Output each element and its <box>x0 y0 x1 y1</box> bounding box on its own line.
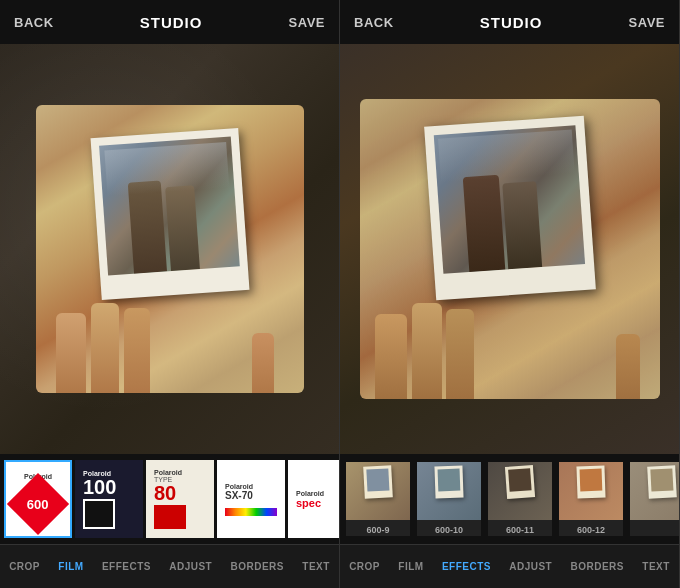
right-toolbar: CROP FILM EFFECTS ADJUST BORDERS TEXT <box>340 544 679 588</box>
film-spec-name: spec <box>296 497 321 509</box>
polaroid-frame <box>90 128 249 300</box>
film-spec-brand: Polaroid <box>296 490 324 497</box>
finger-1 <box>56 313 86 393</box>
right-film-strip: 600-9 600-10 600-11 <box>340 454 679 544</box>
effect-thumb-600-13[interactable] <box>628 460 679 538</box>
film-sx70-brand: Polaroid <box>225 483 253 490</box>
right-thumb <box>616 334 640 399</box>
right-photo-frame <box>360 99 660 399</box>
figure-left <box>128 181 167 274</box>
left-film-strip: Polaroid 600 Polaroid 100 Polaroid TYPE … <box>0 454 339 544</box>
right-tool-text[interactable]: TEXT <box>638 553 674 580</box>
thumb-mini-polaroid-5 <box>647 465 677 498</box>
left-toolbar: CROP FILM EFFECTS ADJUST BORDERS TEXT <box>0 544 339 588</box>
right-polaroid-frame <box>424 116 596 301</box>
right-save-button[interactable]: SAVE <box>629 15 665 30</box>
right-photo-area <box>340 44 679 454</box>
thumb <box>252 333 274 393</box>
photo-frame <box>36 105 304 393</box>
thumb-mini-polaroid-3 <box>505 465 535 499</box>
left-tool-film[interactable]: FILM <box>54 553 87 580</box>
film-card-80[interactable]: Polaroid TYPE 80 <box>146 460 214 538</box>
effect-label-600-12: 600-12 <box>559 520 623 538</box>
left-tool-borders[interactable]: BORDERS <box>227 553 289 580</box>
film-items-list: Polaroid 600 Polaroid 100 Polaroid TYPE … <box>0 454 339 544</box>
film-card-spectra[interactable]: Polaroid spec <box>288 460 339 538</box>
figure-right <box>165 185 200 271</box>
film-600-number: 600 <box>27 496 49 511</box>
right-figure-left <box>462 175 505 272</box>
thumb-img-600-9 <box>346 462 410 520</box>
left-photo-area <box>0 44 339 454</box>
film-100-box <box>83 499 115 529</box>
effect-label-600-10: 600-10 <box>417 520 481 538</box>
photo-highlight <box>104 142 229 196</box>
left-back-button[interactable]: BACK <box>14 15 54 30</box>
right-finger-3 <box>446 309 474 399</box>
right-header: BACK STUDIO SAVE <box>340 0 679 44</box>
film-card-100[interactable]: Polaroid 100 <box>75 460 143 538</box>
right-figure-right <box>502 181 542 269</box>
effect-label-600-9: 600-9 <box>346 520 410 538</box>
right-tool-effects[interactable]: EFFECTS <box>438 553 495 580</box>
film-card-600[interactable]: Polaroid 600 <box>4 460 72 538</box>
film-100-number: 100 <box>83 477 116 497</box>
right-finger-1 <box>375 314 407 399</box>
left-tool-adjust[interactable]: ADJUST <box>165 553 216 580</box>
right-tool-adjust[interactable]: ADJUST <box>505 553 556 580</box>
right-tool-film[interactable]: FILM <box>394 553 427 580</box>
polaroid-inner-photo <box>99 137 240 276</box>
effect-label-600-11: 600-11 <box>488 520 552 538</box>
right-polaroid-inner <box>433 125 584 274</box>
right-back-button[interactable]: BACK <box>354 15 394 30</box>
left-tool-crop[interactable]: CROP <box>5 553 44 580</box>
effect-thumb-600-10[interactable]: 600-10 <box>415 460 483 538</box>
thumb-img-600-10 <box>417 462 481 520</box>
thumb-img-600-12 <box>559 462 623 520</box>
right-photo-highlight <box>438 130 575 184</box>
film-600-diamond: 600 <box>7 472 69 534</box>
right-title: STUDIO <box>480 14 543 31</box>
left-save-button[interactable]: SAVE <box>289 15 325 30</box>
effect-thumb-600-12[interactable]: 600-12 <box>557 460 625 538</box>
effects-items-list: 600-9 600-10 600-11 <box>340 454 679 544</box>
right-tool-crop[interactable]: CROP <box>345 553 384 580</box>
left-tool-effects[interactable]: EFFECTS <box>98 553 155 580</box>
right-finger-2 <box>412 303 442 399</box>
effect-thumb-600-9[interactable]: 600-9 <box>344 460 412 538</box>
thumb-mini-polaroid-2 <box>434 466 463 499</box>
effect-thumb-600-11[interactable]: 600-11 <box>486 460 554 538</box>
left-tool-text[interactable]: TEXT <box>298 553 334 580</box>
left-panel: BACK STUDIO SAVE <box>0 0 340 588</box>
left-title: STUDIO <box>140 14 203 31</box>
thumb-mini-polaroid <box>363 465 393 498</box>
thumb-img-600-13 <box>630 462 679 520</box>
thumb-img-600-11 <box>488 462 552 520</box>
film-sx70-name: SX-70 <box>225 490 253 502</box>
film-80-brand: Polaroid <box>154 469 182 476</box>
effect-label-600-13 <box>630 520 679 538</box>
left-header: BACK STUDIO SAVE <box>0 0 339 44</box>
finger-2 <box>91 303 119 393</box>
finger-3 <box>124 308 150 393</box>
film-card-sx70[interactable]: Polaroid SX-70 <box>217 460 285 538</box>
right-panel: BACK STUDIO SAVE <box>340 0 680 588</box>
film-80-box <box>154 505 186 529</box>
film-sx70-stripe <box>225 508 277 516</box>
film-80-number: 80 <box>154 483 176 503</box>
thumb-mini-polaroid-4 <box>576 466 605 499</box>
right-tool-borders[interactable]: BORDERS <box>567 553 629 580</box>
